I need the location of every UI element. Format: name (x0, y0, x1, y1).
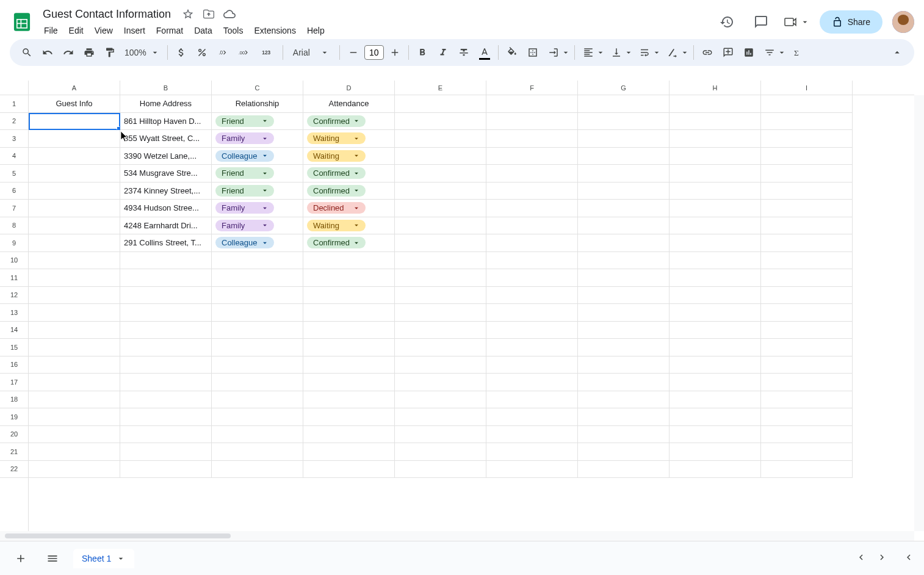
cell[interactable] (761, 217, 853, 235)
row-header-22[interactable]: 22 (0, 461, 28, 479)
cell[interactable] (578, 443, 670, 461)
cell[interactable] (486, 443, 578, 461)
cell[interactable] (395, 130, 486, 148)
row-header-7[interactable]: 7 (0, 200, 28, 217)
row-header-21[interactable]: 21 (0, 443, 28, 461)
cell[interactable]: 3390 Wetzel Lane,... (120, 148, 212, 165)
cell[interactable] (212, 322, 303, 339)
cell[interactable] (486, 356, 578, 374)
cell[interactable] (761, 461, 853, 479)
cell[interactable] (395, 356, 486, 374)
history-icon[interactable] (715, 10, 739, 34)
cell[interactable] (761, 391, 853, 409)
cell[interactable] (303, 374, 395, 391)
col-header-E[interactable]: E (395, 81, 486, 95)
cell[interactable] (395, 234, 486, 252)
cell[interactable] (670, 269, 761, 287)
cell[interactable] (761, 234, 853, 252)
cell[interactable]: Guest Info (29, 95, 120, 113)
cell[interactable] (486, 269, 578, 287)
dropdown-chip[interactable]: Waiting (307, 150, 366, 162)
cell[interactable] (761, 148, 853, 165)
row-header-8[interactable]: 8 (0, 217, 28, 235)
italic-button[interactable] (433, 43, 453, 62)
font-size-decrease[interactable] (344, 43, 363, 62)
cell[interactable] (395, 391, 486, 409)
cell[interactable]: Family (212, 130, 303, 148)
cell[interactable] (212, 339, 303, 356)
dropdown-chip[interactable]: Family (215, 202, 274, 214)
cell[interactable] (212, 287, 303, 305)
menu-format[interactable]: Format (151, 23, 188, 38)
row-header-13[interactable]: 13 (0, 304, 28, 322)
comments-icon[interactable] (749, 10, 773, 34)
cell[interactable]: Waiting (303, 148, 395, 165)
move-folder-icon[interactable] (203, 8, 215, 20)
cell[interactable] (303, 408, 395, 426)
cell[interactable] (395, 200, 486, 217)
cell[interactable] (670, 339, 761, 356)
dropdown-chip[interactable]: Waiting (307, 132, 366, 144)
row-header-3[interactable]: 3 (0, 130, 28, 148)
font-size-input[interactable] (364, 45, 384, 60)
cell[interactable] (670, 95, 761, 113)
cell[interactable] (578, 148, 670, 165)
filter-button[interactable] (760, 43, 787, 62)
cell[interactable] (761, 130, 853, 148)
cell[interactable] (761, 304, 853, 322)
cell[interactable] (670, 130, 761, 148)
cell[interactable] (578, 356, 670, 374)
cell[interactable] (761, 408, 853, 426)
cell[interactable] (29, 287, 120, 305)
cell[interactable]: 4934 Hudson Stree... (120, 200, 212, 217)
menu-help[interactable]: Help (302, 23, 330, 38)
col-header-D[interactable]: D (303, 81, 395, 95)
cell[interactable] (578, 183, 670, 200)
cell[interactable]: 534 Musgrave Stre... (120, 165, 212, 183)
cell[interactable] (29, 113, 120, 131)
cell[interactable] (212, 374, 303, 391)
row-header-6[interactable]: 6 (0, 183, 28, 200)
cell[interactable] (29, 461, 120, 479)
cell[interactable] (29, 339, 120, 356)
row-header-17[interactable]: 17 (0, 374, 28, 391)
cell[interactable] (578, 95, 670, 113)
cell[interactable] (486, 304, 578, 322)
doc-title[interactable]: Guest Contact Information (39, 7, 175, 22)
cell[interactable] (29, 183, 120, 200)
currency-button[interactable] (171, 43, 191, 62)
cloud-status-icon[interactable] (223, 8, 236, 20)
cell[interactable] (761, 339, 853, 356)
sheets-logo[interactable] (10, 10, 34, 34)
collapse-toolbar-button[interactable] (887, 43, 907, 62)
cell[interactable]: Relationship (212, 95, 303, 113)
cell[interactable] (303, 269, 395, 287)
cell[interactable] (761, 95, 853, 113)
print-button[interactable] (79, 43, 99, 62)
cell[interactable] (670, 322, 761, 339)
cell[interactable] (212, 304, 303, 322)
cell[interactable] (761, 322, 853, 339)
strikethrough-button[interactable] (454, 43, 474, 62)
scroll-sheets-left[interactable] (856, 552, 867, 565)
dropdown-chip[interactable]: Confirmed (307, 237, 366, 248)
cell[interactable] (29, 165, 120, 183)
increase-decimal-button[interactable]: .00 (234, 43, 253, 62)
cell[interactable] (578, 165, 670, 183)
dropdown-chip[interactable]: Colleague (215, 150, 274, 162)
cell[interactable] (578, 113, 670, 131)
cell[interactable] (578, 391, 670, 409)
cell[interactable]: 291 Collins Street, T... (120, 234, 212, 252)
cell[interactable] (578, 269, 670, 287)
cell[interactable] (486, 95, 578, 113)
dropdown-chip[interactable]: Confirmed (307, 115, 366, 127)
menu-edit[interactable]: Edit (64, 23, 88, 38)
menu-file[interactable]: File (39, 23, 63, 38)
cell[interactable] (395, 217, 486, 235)
cell[interactable] (761, 252, 853, 270)
cell[interactable] (670, 461, 761, 479)
redo-button[interactable] (59, 43, 78, 62)
cell[interactable] (395, 426, 486, 444)
cell[interactable] (303, 252, 395, 270)
cell[interactable] (395, 443, 486, 461)
